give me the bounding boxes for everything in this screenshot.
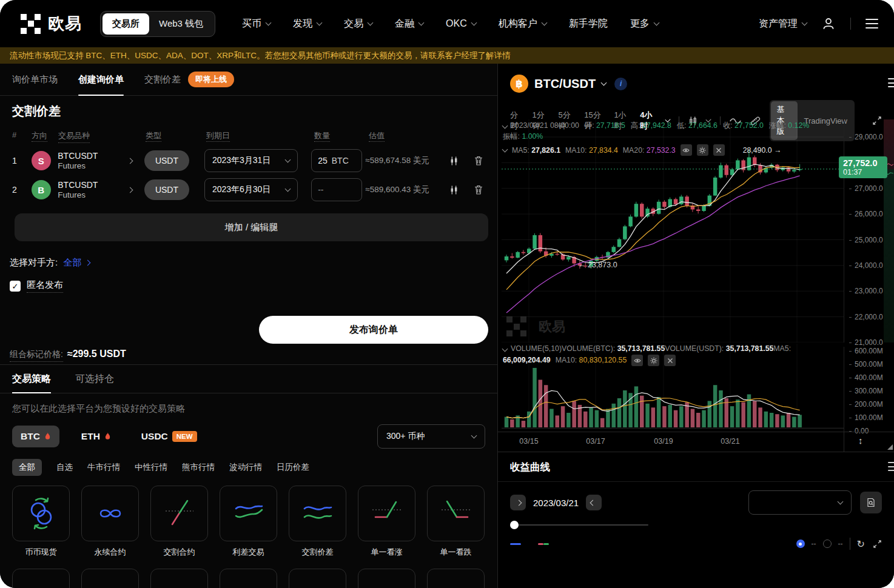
date-slider[interactable]	[510, 521, 648, 529]
menu-item-discover[interactable]: 发现	[293, 18, 321, 30]
account-icon[interactable]	[821, 16, 836, 31]
collapse-icon[interactable]	[502, 146, 508, 152]
chip-neutral-market[interactable]: 中性行情	[135, 462, 167, 473]
chip-volatile-market[interactable]: 波动行情	[229, 462, 262, 473]
strategy-card-spot[interactable]: 币币现货	[12, 486, 70, 558]
collapse-icon[interactable]	[502, 123, 508, 129]
collapse-icon[interactable]	[502, 346, 508, 352]
publish-rfq-button[interactable]: 发布询价单	[259, 316, 488, 344]
quantity-input[interactable]: --	[311, 178, 362, 201]
price-axis[interactable]: 29,000.0 28,000.0 27,000.0 26,000.0 25,0…	[844, 119, 884, 342]
menu-item-institutional[interactable]: 机构客户	[499, 18, 546, 30]
menu-item-trade[interactable]: 交易	[344, 18, 372, 30]
slider-track[interactable]	[510, 524, 648, 526]
col-quantity: 数量	[314, 130, 369, 143]
margin-type-pill[interactable]: USDT	[144, 150, 189, 171]
coin-count-select[interactable]: 300+ 币种	[377, 424, 485, 449]
current-price-label: 27,752.0 01:37	[839, 156, 887, 178]
strategy-card-delivery-spread[interactable]: 交割价差	[289, 486, 346, 558]
counterparty-select[interactable]: 全部	[63, 257, 90, 269]
strategy-card-single-call[interactable]: 单一看涨	[358, 486, 415, 558]
delete-leg-icon[interactable]	[474, 156, 483, 165]
quantity-input[interactable]: 25BTC	[311, 149, 362, 172]
info-icon[interactable]: i	[614, 78, 627, 90]
strategy-card-futures[interactable]: 交割合约	[150, 486, 208, 558]
strategy-card[interactable]	[220, 569, 277, 588]
menu-item-academy[interactable]: 新手学院	[569, 18, 608, 30]
anonymous-checkbox[interactable]: ✓	[10, 281, 21, 292]
expiry-select[interactable]: 2023年6月30日	[204, 178, 298, 201]
close-icon[interactable]	[664, 355, 676, 366]
chip-favorites[interactable]: 自选	[56, 462, 73, 473]
gear-icon[interactable]	[697, 144, 708, 156]
chip-calendar-spread[interactable]: 日历价差	[277, 462, 309, 473]
add-edit-leg-button[interactable]: 增加 / 编辑腿	[15, 213, 488, 241]
coin-filter-eth[interactable]: ETH	[73, 426, 119, 447]
panel-menu-icon[interactable]	[888, 78, 894, 87]
profit-header: 收益曲线	[498, 452, 894, 482]
chip-all[interactable]: 全部	[12, 459, 42, 476]
time-axis[interactable]: 03/15 03/17 03/19 03/21 ↕	[498, 432, 894, 452]
market-filter-chips: 全部 自选 牛市行情 中性行情 熊市行情 波动行情 日历价差	[12, 459, 485, 476]
radio-unselected[interactable]	[823, 540, 832, 548]
tab-create-rfq[interactable]: 创建询价单	[78, 64, 124, 95]
profit-select[interactable]	[748, 490, 852, 515]
slider-thumb[interactable]	[510, 521, 519, 529]
hamburger-menu-icon[interactable]	[865, 19, 878, 28]
announcement-banner[interactable]: 流动性市场现已支持 BTC、ETH、USDC、ADA、DOT、XRP和LTC。若…	[0, 47, 894, 64]
tab-rfq-market[interactable]: 询价单市场	[12, 64, 58, 95]
chip-bear-market[interactable]: 熊市行情	[182, 462, 215, 473]
instrument-cell[interactable]: BTCUSDTFutures	[58, 180, 144, 199]
strategy-card[interactable]	[427, 569, 485, 588]
strategy-card-perpetual[interactable]: 永续合约	[81, 486, 139, 558]
strategy-card-single-put[interactable]: 单一看跌	[427, 486, 485, 558]
profit-curve-section: 收益曲线 2023/03/21	[498, 452, 894, 588]
toggle-web3-wallet[interactable]: Web3 钱包	[149, 13, 213, 35]
next-date-button[interactable]	[586, 495, 602, 510]
prev-date-button[interactable]	[510, 495, 526, 510]
strategy-card[interactable]	[289, 569, 346, 588]
margin-type-pill[interactable]: USDT	[144, 179, 189, 200]
price-chart[interactable]: 29,000.0 28,000.0 27,000.0 26,000.0 25,0…	[498, 116, 894, 452]
refresh-icon[interactable]: ↻	[857, 538, 865, 550]
toggle-exchange[interactable]: 交易所	[103, 13, 149, 35]
time-tick: 03/17	[586, 437, 605, 446]
strategy-card-carry[interactable]: 利差交易	[220, 486, 277, 558]
strategy-card[interactable]	[12, 569, 70, 588]
radio-selected[interactable]	[796, 540, 805, 548]
scale-adjust-icon[interactable]: ↕	[858, 435, 863, 446]
close-icon[interactable]	[713, 144, 725, 156]
tab-delivery-spread[interactable]: 交割价差即将上线	[144, 64, 234, 95]
chip-bull-market[interactable]: 牛市行情	[87, 462, 120, 473]
strategy-card[interactable]	[150, 569, 208, 588]
order-search-button[interactable]	[860, 492, 882, 513]
tab-trading-strategy[interactable]: 交易策略	[12, 365, 51, 393]
menu-item-okc[interactable]: OKC	[446, 18, 476, 29]
gear-icon[interactable]	[648, 355, 659, 366]
menu-item-assets[interactable]: 资产管理	[759, 18, 807, 30]
resize-corner-icon[interactable]	[887, 444, 893, 450]
eye-icon[interactable]	[681, 144, 692, 156]
estimated-value: ≈589,674.58 美元	[365, 156, 429, 165]
coin-filter-btc[interactable]: BTC	[12, 426, 59, 447]
candle-chart-icon[interactable]	[449, 156, 459, 165]
tab-optional-positions[interactable]: 可选持仓	[75, 365, 114, 393]
coin-filter-usdc[interactable]: USDCNEW	[133, 426, 206, 447]
chevron-right-icon	[127, 187, 133, 193]
col-value: 估值	[369, 130, 454, 143]
eye-icon[interactable]	[631, 355, 643, 366]
strategy-card[interactable]	[81, 569, 139, 588]
section-menu-icon[interactable]	[888, 462, 894, 471]
expiry-select[interactable]: 2023年3月31日	[204, 149, 298, 172]
delete-leg-icon[interactable]	[474, 185, 483, 195]
fullscreen-icon[interactable]	[873, 540, 882, 549]
menu-item-more[interactable]: 更多	[630, 18, 659, 30]
instrument-cell[interactable]: BTCUSDTFutures	[58, 151, 144, 170]
menu-item-buy[interactable]: 买币	[242, 18, 271, 30]
candle-chart-icon[interactable]	[449, 185, 459, 195]
volume-axis[interactable]: 600.00M 500.00M 400.00M 300.00M 200.00M …	[844, 347, 884, 432]
flame-icon	[44, 432, 51, 441]
menu-item-finance[interactable]: 金融	[395, 18, 423, 30]
strategy-card[interactable]	[358, 569, 415, 588]
chevron-down-icon[interactable]	[601, 80, 607, 86]
